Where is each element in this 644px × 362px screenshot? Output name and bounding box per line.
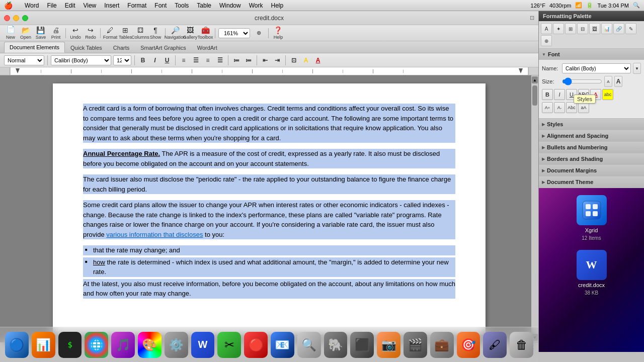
palette-icon-5[interactable]: 🖼 — [589, 23, 600, 34]
highlight-button[interactable]: A — [301, 55, 311, 65]
font-color-button[interactable]: A — [313, 55, 323, 65]
dock-app4[interactable]: 🐘 — [324, 332, 348, 358]
style-select[interactable]: NormalHeading 1Heading 2 — [4, 55, 44, 65]
gallery-button[interactable]: 🖼 Gallery — [184, 27, 197, 40]
dock-terminal[interactable]: $ — [58, 332, 82, 358]
doc-theme-section-header[interactable]: ▶ Document Theme — [539, 176, 644, 188]
menu-work[interactable]: Work — [249, 2, 263, 9]
show-button[interactable]: ¶ Show — [149, 27, 162, 40]
dock-finder[interactable]: 🔵 — [5, 332, 29, 358]
font-section-header[interactable]: ▼ Font — [539, 49, 644, 60]
menu-edit[interactable]: Edit — [65, 2, 75, 9]
open-button[interactable]: 📂 Open — [19, 27, 32, 40]
zoom-fit-button[interactable]: ⊕ — [252, 27, 265, 40]
tab-charts[interactable]: Charts — [108, 42, 135, 53]
align-center-button[interactable]: ☰ — [191, 55, 201, 65]
menu-format[interactable]: Format — [127, 2, 146, 9]
minimize-button[interactable] — [13, 15, 19, 21]
dock-app6[interactable]: 🎬 — [404, 332, 427, 358]
dock-chrome[interactable]: 🌐 — [85, 332, 108, 358]
font-size-large-btn[interactable]: A — [614, 76, 622, 87]
palette-icon-8[interactable]: ✎ — [625, 23, 636, 34]
palette-icon-4[interactable]: ⊟ — [577, 23, 588, 34]
dock-word[interactable]: W — [191, 332, 215, 358]
font-size-select[interactable]: 121014 — [113, 55, 131, 65]
increase-indent-button[interactable]: ⇥ — [272, 55, 282, 65]
palette-superscript-btn[interactable]: A+ — [542, 102, 553, 113]
tab-quick-tables[interactable]: Quick Tables — [65, 42, 108, 53]
font-size-small-btn[interactable]: A — [604, 76, 612, 87]
menu-help[interactable]: Help — [271, 2, 284, 9]
font-name-select[interactable]: Calibri (Body) — [51, 55, 111, 65]
dock-app5[interactable]: ⬛ — [350, 332, 374, 358]
dock-app3[interactable]: 🔴 — [244, 332, 268, 358]
various-info-link[interactable]: various information that discloses — [106, 231, 203, 238]
save-button[interactable]: 💾 Save — [34, 27, 47, 40]
styles-section-header[interactable]: ▶ Styles — [539, 119, 644, 130]
dock-system[interactable]: ⚙️ — [165, 332, 188, 358]
border-button[interactable]: ⊡ — [289, 55, 299, 65]
palette-subscript-btn[interactable]: A- — [554, 102, 565, 113]
columns-button[interactable]: ⚃ Columns — [134, 27, 147, 40]
palette-icon-2[interactable]: ✦ — [553, 23, 564, 34]
decrease-indent-button[interactable]: ⇤ — [260, 55, 270, 65]
dock-app9[interactable]: 🖋 — [483, 332, 507, 358]
palette-icon-9[interactable]: ⊕ — [541, 35, 552, 46]
dock-spotlight[interactable]: 🔍 — [297, 332, 321, 358]
navigation-button[interactable]: 🔎 Navigation — [169, 27, 182, 40]
align-left-button[interactable]: ≡ — [179, 55, 189, 65]
dock-app2[interactable]: ✂ — [217, 332, 241, 358]
menu-tools[interactable]: Tools — [175, 2, 189, 9]
doc-margins-section-header[interactable]: ▶ Document Margins — [539, 165, 644, 176]
alignment-section-header[interactable]: ▶ Alignment and Spacing — [539, 130, 644, 141]
palette-bold-btn[interactable]: B — [542, 89, 553, 100]
font-size-slider[interactable] — [562, 77, 602, 85]
bullet-list-button[interactable]: ≔ — [231, 55, 242, 65]
palette-icon-1[interactable]: A — [541, 23, 552, 34]
format-button[interactable]: 🖊 Format — [104, 27, 117, 40]
menu-table[interactable]: Table — [197, 2, 211, 9]
apple-menu[interactable]: 🍎 — [4, 2, 13, 10]
bullets-section-header[interactable]: ▶ Bullets and Numbering — [539, 142, 644, 153]
bold-button[interactable]: B — [138, 55, 148, 65]
palette-icon-7[interactable]: 🔗 — [613, 23, 624, 34]
number-list-button[interactable]: ≔ — [244, 55, 254, 65]
menu-insert[interactable]: Insert — [104, 2, 119, 9]
dock-color[interactable]: 🎨 — [138, 332, 162, 358]
menu-word[interactable]: Word — [25, 2, 39, 9]
palette-font-name-select[interactable]: Calibri (Body) — [562, 63, 631, 73]
menu-font[interactable]: Font — [154, 2, 167, 9]
dock-trash[interactable]: 🗑 — [510, 332, 533, 358]
zoom-select[interactable]: 161%100%75% — [218, 28, 250, 38]
print-button[interactable]: 🖨 Print — [49, 27, 62, 40]
palette-italic-btn[interactable]: I — [554, 89, 565, 100]
borders-section-header[interactable]: ▶ Borders and Shading — [539, 153, 644, 164]
desktop-icon-xgrid[interactable]: Xgrid 12 Items — [575, 193, 609, 243]
dock-mail[interactable]: 📧 — [271, 332, 294, 358]
desktop-icon-credit-docx[interactable]: W credit.docx 38 KB — [575, 248, 609, 298]
palette-highlight-btn[interactable]: abc — [602, 89, 613, 100]
dock-app7[interactable]: 💼 — [430, 332, 454, 358]
palette-caps-btn[interactable]: Abc — [566, 102, 577, 113]
palette-icon-3[interactable]: ⊞ — [565, 23, 576, 34]
redo-button[interactable]: ↪ Redo — [84, 27, 97, 40]
dock-app1[interactable]: 📊 — [32, 332, 55, 358]
scroll-bar[interactable]: ▲ ▼ — [531, 75, 538, 342]
align-right-button[interactable]: ≡ — [203, 55, 213, 65]
menu-view[interactable]: View — [83, 2, 96, 9]
font-dropdown-btn[interactable]: ▼ — [633, 63, 641, 74]
underline-button[interactable]: U — [162, 55, 172, 65]
dock-app8[interactable]: 🎯 — [457, 332, 480, 358]
dock-itunes[interactable]: 🎵 — [111, 332, 135, 358]
help-button[interactable]: ❓ Help — [272, 27, 285, 40]
tab-document-elements[interactable]: Document Elements — [4, 42, 65, 53]
justify-button[interactable]: ☰ — [215, 55, 225, 65]
dock-iphoto[interactable]: 📷 — [377, 332, 400, 358]
tables-button[interactable]: ⊞ Tables — [119, 27, 132, 40]
tab-smartart-graphics[interactable]: SmartArt Graphics — [135, 42, 191, 53]
new-button[interactable]: 📄 New — [4, 27, 17, 40]
menu-file[interactable]: File — [47, 2, 56, 9]
search-icon[interactable]: 🔍 — [633, 2, 640, 9]
italic-button[interactable]: I — [150, 55, 160, 65]
undo-button[interactable]: ↩ Undo — [69, 27, 82, 40]
